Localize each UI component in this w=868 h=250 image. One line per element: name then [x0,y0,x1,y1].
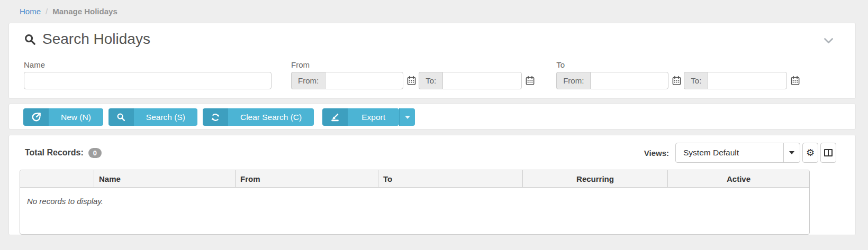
column-chooser-button[interactable] [820,143,836,163]
to-start-input-group: From: [556,72,668,89]
grid-empty-message: No records to display. [20,188,809,234]
to-end-calendar-icon[interactable] [790,76,800,86]
breadcrumb-separator: / [46,7,48,16]
views-label: Views: [644,149,669,158]
total-records-label: Total Records: [25,148,84,158]
results-grid: Name From To Recurring Active No records… [20,170,810,235]
search-button-label: Search (S) [134,108,197,126]
to-start-calendar-icon[interactable] [672,76,682,86]
to-range-group: To From: [556,60,802,89]
breadcrumb: Home / Manage Holidays [0,0,868,23]
results-panel: Total Records: 0 Views: System Default ⚙ [8,135,856,235]
grid-header-actions [20,170,94,187]
views-select[interactable]: System Default [675,143,800,163]
to-end-input-group: To: [684,72,787,89]
grid-header-name[interactable]: Name [94,170,235,187]
total-records: Total Records: 0 [25,148,102,158]
action-toolbar: New (N) Search (S) Clear Search (C) [8,104,856,129]
breadcrumb-current: Manage Holidays [52,7,117,16]
export-dropdown-button[interactable] [399,108,415,126]
manage-holidays-page: Home / Manage Holidays Search Holidays N… [0,0,868,250]
views-controls: Views: System Default ⚙ [644,143,836,163]
from-start-prefix: From: [291,72,325,89]
clear-search-button[interactable]: Clear Search (C) [203,108,314,126]
total-records-badge: 0 [88,148,102,158]
search-icon [24,33,36,45]
results-header-row: Total Records: 0 Views: System Default ⚙ [9,142,855,163]
export-icon [322,108,348,126]
search-button-icon [108,108,134,126]
grid-header-active[interactable]: Active [667,170,809,187]
breadcrumb-home-link[interactable]: Home [20,7,41,16]
search-panel-title: Search Holidays [24,31,840,48]
from-start-input-group: From: [291,72,403,89]
export-caret-icon [399,108,415,126]
from-end-input-group: To: [419,72,522,89]
to-end-prefix: To: [684,72,708,89]
search-form-row: Name From From: [24,60,840,89]
from-end-calendar-icon[interactable] [525,76,535,86]
from-end-prefix: To: [419,72,442,89]
views-select-caret-icon[interactable] [783,143,800,162]
export-button[interactable]: Export [322,108,399,126]
search-button[interactable]: Search (S) [108,108,197,126]
grid-header-row: Name From To Recurring Active [20,170,809,188]
grid-header-recurring[interactable]: Recurring [522,170,667,187]
grid-header-to[interactable]: To [378,170,522,187]
from-range-group: From From: [291,60,537,89]
name-input[interactable] [24,72,272,89]
grid-header-from[interactable]: From [235,170,378,187]
gear-icon: ⚙ [806,148,815,158]
new-button-label: New (N) [49,108,103,126]
refresh-icon [203,108,228,126]
views-selected-value: System Default [676,148,783,158]
views-settings-button[interactable]: ⚙ [802,143,818,163]
from-start-calendar-icon[interactable] [406,76,417,86]
columns-icon [824,149,833,156]
from-range-label: From [291,60,537,69]
collapse-chevron-icon[interactable] [824,38,833,44]
clear-search-button-label: Clear Search (C) [228,108,314,126]
name-field-group: Name [24,60,272,89]
new-icon [23,108,49,126]
export-button-label: Export [348,108,399,126]
to-range-label: To [556,60,802,69]
to-start-prefix: From: [556,72,590,89]
to-start-date-input[interactable] [590,72,668,89]
from-start-date-input[interactable] [325,72,403,89]
to-end-date-input[interactable] [708,72,787,89]
from-end-date-input[interactable] [442,72,522,89]
new-button[interactable]: New (N) [23,108,103,126]
search-holidays-panel: Search Holidays Name From From: [8,23,856,99]
name-label: Name [24,60,272,69]
search-panel-title-text: Search Holidays [42,31,150,48]
